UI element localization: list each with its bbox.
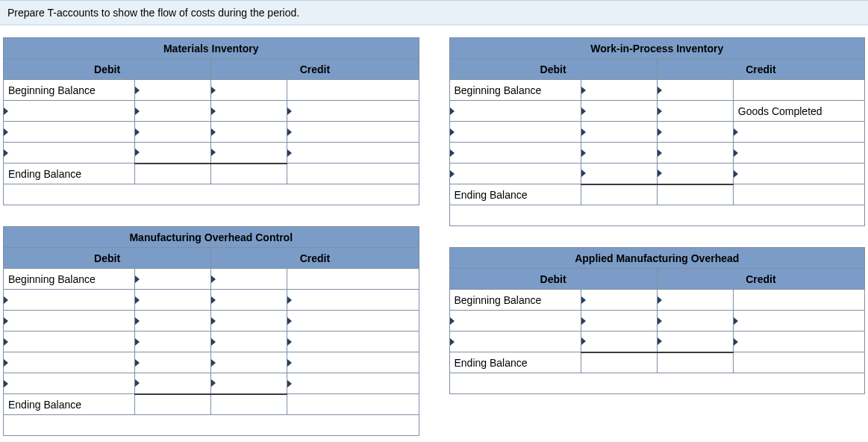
credit-amount-input[interactable] (657, 164, 733, 184)
credit-label-input[interactable] (287, 311, 419, 332)
t-account-wip: Work-in-Process Inventory Debit Credit B… (449, 37, 866, 226)
credit-label-input[interactable] (733, 332, 864, 352)
debit-label-input[interactable] (449, 101, 581, 122)
debit-amount-input[interactable] (581, 143, 657, 164)
row-label-blank (287, 80, 419, 101)
credit-amount-input[interactable] (657, 332, 733, 352)
credit-label-input[interactable] (287, 143, 419, 164)
account-title: Applied Manufacturing Overhead (449, 248, 865, 269)
debit-label-input[interactable] (4, 373, 135, 394)
credit-label-input[interactable] (287, 352, 419, 373)
credit-amount-input[interactable] (657, 311, 733, 332)
debit-label-input[interactable] (4, 352, 135, 373)
debit-header: Debit (449, 269, 657, 290)
credit-label-input[interactable] (733, 143, 864, 164)
row-label-blank (733, 352, 864, 373)
row-label-beginning: Beginning Balance (4, 80, 135, 101)
row-label-blank (733, 290, 864, 311)
ending-credit-amount[interactable] (657, 184, 733, 205)
debit-label-input[interactable] (449, 122, 581, 143)
debit-amount-input[interactable] (581, 332, 657, 352)
row-label-beginning: Beginning Balance (449, 80, 581, 101)
credit-amount-input[interactable] (657, 80, 733, 101)
row-label-ending: Ending Balance (449, 352, 581, 373)
account-title: Work-in-Process Inventory (449, 38, 865, 59)
row-label-ending: Ending Balance (4, 164, 135, 184)
debit-label-input[interactable] (4, 101, 135, 122)
credit-amount-input[interactable] (657, 290, 733, 311)
debit-amount-input[interactable] (135, 101, 211, 122)
debit-label-input[interactable] (4, 311, 135, 332)
credit-label-input[interactable] (733, 122, 864, 143)
debit-amount-input[interactable] (581, 290, 657, 311)
credit-amount-input[interactable] (211, 143, 287, 164)
credit-amount-input[interactable] (211, 80, 287, 101)
ending-debit-amount[interactable] (135, 164, 211, 184)
credit-amount-input[interactable] (657, 122, 733, 143)
debit-amount-input[interactable] (135, 290, 211, 311)
debit-amount-input[interactable] (135, 269, 211, 290)
credit-header: Credit (657, 269, 864, 290)
debit-label-input[interactable] (4, 143, 135, 164)
ending-credit-amount[interactable] (657, 352, 733, 373)
debit-amount-input[interactable] (581, 122, 657, 143)
debit-amount-input[interactable] (135, 373, 211, 394)
row-label-blank (287, 394, 419, 415)
ending-debit-amount[interactable] (581, 184, 657, 205)
credit-label-input[interactable] (287, 290, 419, 311)
row-label-blank (287, 164, 419, 184)
credit-label-input[interactable] (287, 373, 419, 394)
credit-amount-input[interactable] (657, 101, 733, 122)
debit-amount-input[interactable] (581, 80, 657, 101)
debit-label-input[interactable] (449, 311, 581, 332)
credit-amount-input[interactable] (657, 143, 733, 164)
debit-label-input[interactable] (4, 332, 135, 352)
debit-amount-input[interactable] (581, 164, 657, 184)
debit-amount-input[interactable] (581, 311, 657, 332)
credit-label-input[interactable] (733, 164, 864, 184)
debit-amount-input[interactable] (135, 80, 211, 101)
row-label-ending: Ending Balance (4, 394, 135, 415)
debit-amount-input[interactable] (135, 352, 211, 373)
credit-amount-input[interactable] (211, 352, 287, 373)
row-label-beginning: Beginning Balance (4, 269, 135, 290)
debit-amount-input[interactable] (135, 311, 211, 332)
row-label-blank (733, 80, 864, 101)
debit-label-input[interactable] (4, 122, 135, 143)
credit-amount-input[interactable] (211, 269, 287, 290)
row-label-ending: Ending Balance (449, 184, 581, 205)
t-account-materials: Materials Inventory Debit Credit Beginni… (3, 37, 419, 205)
credit-amount-input[interactable] (211, 101, 287, 122)
debit-amount-input[interactable] (135, 332, 211, 352)
credit-label-input[interactable] (287, 101, 419, 122)
credit-amount-input[interactable] (211, 373, 287, 394)
credit-label-input[interactable] (733, 311, 864, 332)
ending-credit-amount[interactable] (211, 164, 287, 184)
ending-debit-amount[interactable] (135, 394, 211, 415)
spacer-row (449, 205, 865, 226)
debit-header: Debit (4, 59, 211, 80)
ending-credit-amount[interactable] (211, 394, 287, 415)
debit-amount-input[interactable] (135, 143, 211, 164)
credit-header: Credit (211, 59, 419, 80)
debit-amount-input[interactable] (581, 101, 657, 122)
credit-label-input[interactable] (287, 122, 419, 143)
left-column: Materials Inventory Debit Credit Beginni… (3, 37, 419, 442)
credit-amount-input[interactable] (211, 290, 287, 311)
debit-label-input[interactable] (4, 290, 135, 311)
ending-debit-amount[interactable] (581, 352, 657, 373)
right-column: Work-in-Process Inventory Debit Credit B… (449, 37, 866, 442)
credit-amount-input[interactable] (211, 332, 287, 352)
debit-amount-input[interactable] (135, 122, 211, 143)
credit-header: Credit (657, 59, 864, 80)
spacer-row (4, 415, 419, 436)
debit-label-input[interactable] (449, 143, 581, 164)
credit-amount-input[interactable] (211, 122, 287, 143)
t-account-moh-control: Manufacturing Overhead Control Debit Cre… (3, 226, 419, 436)
credit-label-input[interactable] (287, 332, 419, 352)
spacer-row (4, 184, 419, 205)
credit-amount-input[interactable] (211, 311, 287, 332)
debit-label-input[interactable] (449, 164, 581, 184)
row-label-goods-completed: Goods Completed (733, 101, 864, 122)
debit-label-input[interactable] (449, 332, 581, 352)
